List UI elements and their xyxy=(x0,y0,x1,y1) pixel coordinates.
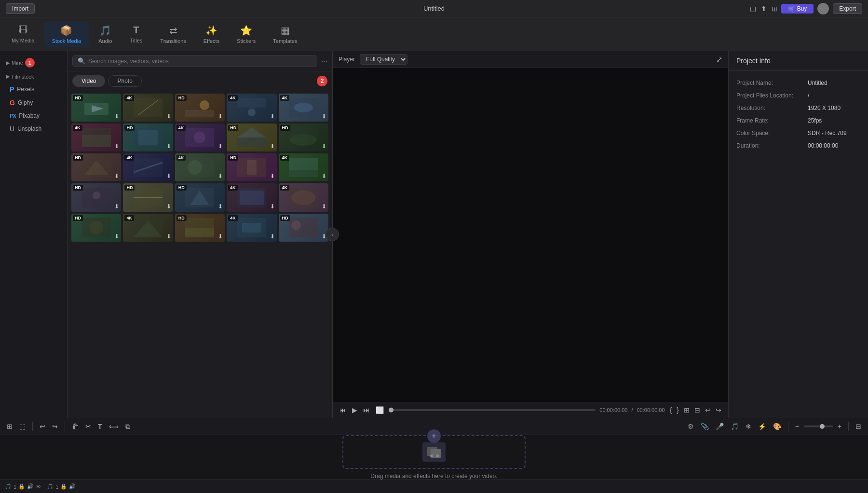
append-icon[interactable]: ⊟ xyxy=(693,405,701,415)
media-thumb[interactable]: HD ⬇ xyxy=(227,123,276,151)
quality-select[interactable]: Full Quality 1/2 Quality 1/4 Quality xyxy=(360,54,407,65)
tab-effects[interactable]: ✨ Effects xyxy=(196,22,227,47)
skip-back-button[interactable]: ⏮ xyxy=(339,405,347,415)
media-thumb[interactable]: 4K ⬇ xyxy=(71,123,121,151)
undo-tool[interactable]: ↩ xyxy=(38,421,47,432)
media-thumb[interactable]: HD ⬇ xyxy=(279,214,328,242)
cut-tool[interactable]: ✂ xyxy=(83,421,93,432)
download-icon[interactable]: ⬇ xyxy=(166,113,171,120)
download-icon[interactable]: ⬇ xyxy=(322,173,326,179)
add-track-button[interactable]: + xyxy=(427,429,441,443)
stop-button[interactable]: ⬜ xyxy=(375,405,385,415)
delete-tool[interactable]: 🗑 xyxy=(70,421,81,432)
download-icon[interactable]: ⬇ xyxy=(218,233,223,240)
download-icon[interactable]: ⬇ xyxy=(166,203,171,210)
download-icon[interactable]: ⬇ xyxy=(114,203,119,210)
media-thumb[interactable]: HD ⬇ xyxy=(175,94,225,122)
vol-icon[interactable]: 🔊 xyxy=(27,483,34,490)
media-thumb[interactable]: HD ⬇ xyxy=(175,214,225,242)
download-icon[interactable]: ⬇ xyxy=(270,203,275,210)
download-icon[interactable]: ⬇ xyxy=(270,143,275,150)
mark-in-icon[interactable]: { xyxy=(669,405,673,415)
download-icon[interactable]: ⬇ xyxy=(114,173,119,179)
view-toggle-button[interactable]: ⊟ xyxy=(854,421,863,432)
vol2-icon[interactable]: 🔊 xyxy=(69,483,76,490)
export-button[interactable]: Export xyxy=(833,3,862,14)
download-icon[interactable]: ⬇ xyxy=(270,233,275,240)
tab-templates[interactable]: ▦ Templates xyxy=(265,22,305,47)
import-button[interactable]: Import xyxy=(6,3,35,14)
media-thumb[interactable]: 4K ⬇ xyxy=(175,153,225,181)
freeze-tool[interactable]: ❄ xyxy=(744,421,753,432)
monitor-icon[interactable]: ▢ xyxy=(750,5,756,13)
tab-audio[interactable]: 🎵 Audio xyxy=(91,22,120,47)
media-thumb[interactable]: 4K ⬇ xyxy=(123,94,173,122)
speed-tool[interactable]: ⚡ xyxy=(756,421,768,432)
download-icon[interactable]: ⬇ xyxy=(322,143,326,150)
redo-icon[interactable]: ↪ xyxy=(715,405,722,415)
expand-icon[interactable]: ⤢ xyxy=(716,55,722,64)
media-thumb[interactable]: 4K ⬇ xyxy=(123,214,173,242)
download-icon[interactable]: ⬇ xyxy=(114,113,119,120)
select-all-tool[interactable]: ⊞ xyxy=(5,421,14,432)
text-tool[interactable]: T xyxy=(96,421,104,432)
download-icon[interactable]: ⬇ xyxy=(114,233,119,240)
lock2-icon[interactable]: 🔒 xyxy=(60,483,67,490)
media-thumb[interactable]: 4K ⬇ xyxy=(279,183,328,211)
download-icon[interactable]: ⬇ xyxy=(166,143,171,150)
media-thumb[interactable]: 4K ⬇ xyxy=(175,123,225,151)
select-tool[interactable]: ⬚ xyxy=(17,421,27,432)
download-icon[interactable]: ⬇ xyxy=(270,113,275,120)
tab-stock-media[interactable]: 📦 Stock Media xyxy=(44,22,89,47)
undo-icon[interactable]: ↩ xyxy=(704,405,712,415)
search-input[interactable] xyxy=(88,58,312,65)
mic-tool[interactable]: 🎤 xyxy=(714,421,726,432)
crop-tool[interactable]: ⧉ xyxy=(123,421,132,432)
media-thumb[interactable]: 4K ⬇ xyxy=(227,183,276,211)
music-tool[interactable]: 🎵 xyxy=(729,421,741,432)
cloud-upload-icon[interactable]: ⬆ xyxy=(761,5,767,13)
download-icon[interactable]: ⬇ xyxy=(166,233,171,240)
color-tool[interactable]: 🎨 xyxy=(771,421,783,432)
media-thumb[interactable]: HD ⬇ xyxy=(175,183,225,211)
filter-tab-video[interactable]: Video xyxy=(72,75,105,87)
download-icon[interactable]: ⬇ xyxy=(114,143,119,150)
grid-icon[interactable]: ⊞ xyxy=(772,5,777,13)
zoom-slider[interactable] xyxy=(804,425,833,427)
media-thumb[interactable]: HD ⬇ xyxy=(279,123,328,151)
download-icon[interactable]: ⬇ xyxy=(322,203,326,210)
media-thumb[interactable]: HD ⬇ xyxy=(71,183,121,211)
media-thumb[interactable]: 4K ⬇ xyxy=(227,214,276,242)
media-thumb[interactable]: HD ⬇ xyxy=(71,153,121,181)
mark-out-icon[interactable]: } xyxy=(676,405,680,415)
tab-stickers[interactable]: ⭐ Stickers xyxy=(229,22,263,47)
download-icon[interactable]: ⬇ xyxy=(218,113,223,120)
download-icon[interactable]: ⬇ xyxy=(270,173,275,179)
search-input-wrap[interactable]: 🔍 xyxy=(72,55,317,67)
media-thumb[interactable]: HD ⬇ xyxy=(71,94,121,122)
minus-zoom-button[interactable]: − xyxy=(793,421,801,432)
sidebar-item-unsplash[interactable]: U Unsplash xyxy=(0,122,67,136)
download-icon[interactable]: ⬇ xyxy=(218,203,223,210)
filter-tab-photo[interactable]: Photo xyxy=(108,75,141,87)
sidebar-item-giphy[interactable]: G Giphy xyxy=(0,96,67,110)
media-thumb[interactable]: 4K ⬇ xyxy=(279,94,328,122)
drop-zone[interactable]: + xyxy=(342,435,526,469)
tab-titles[interactable]: T Titles xyxy=(122,22,150,46)
media-thumb[interactable]: 4K ⬇ xyxy=(123,153,173,181)
play-button[interactable]: ▶ xyxy=(351,405,358,415)
clip-tool[interactable]: 📎 xyxy=(699,421,711,432)
download-icon[interactable]: ⬇ xyxy=(218,143,223,150)
buy-button[interactable]: 🛒 Buy xyxy=(781,4,814,14)
media-thumb[interactable]: HD ⬇ xyxy=(123,183,173,211)
settings-tool[interactable]: ⚙ xyxy=(686,421,696,432)
media-thumb[interactable]: 4K ⬇ xyxy=(279,153,328,181)
media-thumb[interactable]: 4K ⬇ xyxy=(227,94,276,122)
eye-icon[interactable]: 👁 xyxy=(36,484,41,490)
tab-my-media[interactable]: 🎞 My Media xyxy=(4,22,42,46)
avatar[interactable] xyxy=(817,3,829,14)
download-icon[interactable]: ⬇ xyxy=(322,113,326,120)
sidebar-section-filmstock[interactable]: ▶ Filmstock xyxy=(0,70,67,82)
insert-icon[interactable]: ⊞ xyxy=(683,405,691,415)
sidebar-item-pixabay[interactable]: PX Pixabay xyxy=(0,110,67,122)
